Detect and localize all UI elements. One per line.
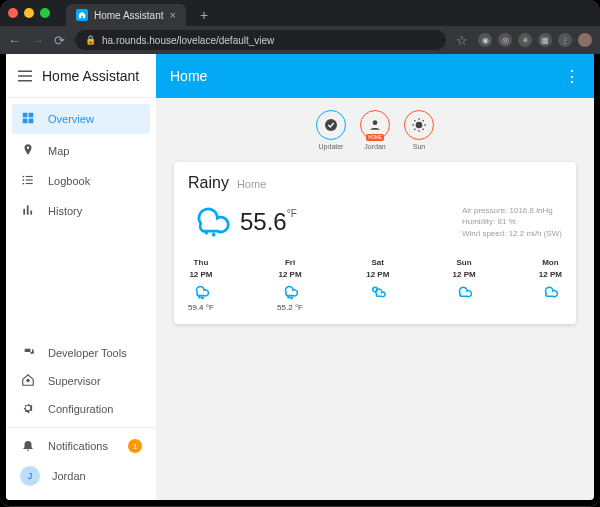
window-max-dot[interactable] — [40, 8, 50, 18]
sidebar-item-configuration[interactable]: Configuration — [6, 395, 156, 423]
svg-rect-3 — [29, 119, 34, 124]
window-close-dot[interactable] — [8, 8, 18, 18]
svg-point-18 — [212, 233, 216, 237]
sidebar: Home Assistant Overview Map — [6, 54, 156, 500]
tab-title: Home Assistant — [94, 10, 163, 21]
svg-rect-12 — [30, 211, 32, 215]
reload-button[interactable]: ⟳ — [54, 33, 65, 48]
ext-icon-4[interactable]: ▦ — [538, 33, 552, 47]
back-button[interactable]: ← — [8, 33, 21, 48]
badge-label: Sun — [413, 143, 425, 150]
tab-favicon — [76, 9, 88, 21]
svg-point-22 — [291, 297, 293, 299]
svg-point-6 — [22, 179, 24, 181]
user-avatar: J — [20, 466, 40, 486]
svg-rect-10 — [23, 209, 25, 215]
forecast-day: Thu 12 PM 59.4 °F — [188, 258, 214, 312]
cloudy-icon — [541, 282, 559, 300]
window-min-dot[interactable] — [24, 8, 34, 18]
sidebar-item-user[interactable]: J Jordan — [6, 460, 156, 492]
badge-jordan[interactable]: HOME Jordan — [360, 110, 390, 150]
sidebar-item-label: Logbook — [48, 175, 90, 187]
forward-button[interactable]: → — [31, 33, 44, 48]
chart-icon — [20, 203, 36, 219]
rainy-icon — [192, 282, 210, 300]
badge-label: Jordan — [364, 143, 385, 150]
svg-point-20 — [202, 297, 204, 299]
url-text: ha.rounds.house/lovelace/default_view — [102, 35, 274, 46]
hamburger-icon[interactable] — [18, 70, 32, 82]
svg-rect-2 — [23, 119, 28, 124]
sidebar-item-label: Overview — [48, 113, 94, 125]
forecast-day: Fri 12 PM 55.2 °F — [277, 258, 303, 312]
home-assistant-icon — [20, 373, 36, 389]
browser-tab[interactable]: Home Assistant × — [66, 4, 186, 26]
weather-location: Home — [237, 178, 266, 190]
list-icon — [20, 173, 36, 189]
badge-updater[interactable]: Updater — [316, 110, 346, 150]
ext-icon-5[interactable]: ⋮ — [558, 33, 572, 47]
notification-badge: 1 — [128, 439, 142, 453]
sidebar-item-history[interactable]: History — [6, 196, 156, 226]
forecast-day: Sat 12 PM — [366, 258, 389, 312]
svg-rect-9 — [26, 183, 33, 184]
sidebar-item-label: Configuration — [48, 403, 113, 415]
svg-point-14 — [325, 119, 337, 131]
sidebar-item-label: Notifications — [48, 440, 108, 452]
forecast-day: Mon 12 PM — [539, 258, 562, 312]
svg-rect-5 — [26, 176, 33, 177]
svg-point-17 — [205, 231, 209, 235]
profile-avatar[interactable] — [578, 33, 592, 47]
ext-icon-3[interactable]: ✳ — [518, 33, 532, 47]
address-bar[interactable]: 🔒 ha.rounds.house/lovelace/default_view — [75, 30, 446, 50]
page-title: Home — [170, 68, 207, 84]
hammer-icon — [20, 345, 36, 361]
map-icon — [20, 143, 36, 159]
sidebar-item-label: Developer Tools — [48, 347, 127, 359]
check-shield-icon — [323, 117, 339, 133]
sidebar-item-label: History — [48, 205, 82, 217]
svg-point-13 — [27, 379, 29, 381]
ext-icon-2[interactable]: ◎ — [498, 33, 512, 47]
extensions: ◉ ◎ ✳ ▦ ⋮ — [478, 33, 592, 47]
svg-rect-7 — [26, 179, 33, 180]
main-content: Home ⋮ Updater HOME — [156, 54, 594, 500]
tab-close-icon[interactable]: × — [170, 9, 176, 21]
sidebar-item-devtools[interactable]: Developer Tools — [6, 339, 156, 367]
svg-point-21 — [288, 296, 290, 298]
sidebar-item-label: Supervisor — [48, 375, 101, 387]
svg-rect-0 — [23, 113, 28, 118]
forecast-day: Sun 12 PM — [453, 258, 476, 312]
weather-icon — [188, 198, 232, 246]
badge-sun[interactable]: Sun — [404, 110, 434, 150]
new-tab-button[interactable]: + — [194, 4, 214, 26]
weather-attributes: Air pressure: 1016.8 inHg Humidity: 81 %… — [462, 205, 562, 239]
sidebar-item-logbook[interactable]: Logbook — [6, 166, 156, 196]
svg-point-15 — [373, 120, 378, 125]
bell-icon — [20, 438, 36, 454]
weather-card[interactable]: Rainy Home 55.6°F Air pressure: 1016.8 i… — [174, 162, 576, 324]
app-header: Home ⋮ — [156, 54, 594, 98]
sidebar-item-supervisor[interactable]: Supervisor — [6, 367, 156, 395]
sidebar-item-label: Map — [48, 145, 69, 157]
sidebar-item-label: Jordan — [52, 470, 86, 482]
svg-rect-1 — [29, 113, 34, 118]
rainy-icon — [281, 282, 299, 300]
dashboard-icon — [20, 111, 36, 127]
svg-point-4 — [22, 176, 24, 178]
sidebar-item-overview[interactable]: Overview — [12, 104, 150, 134]
badge-label: Updater — [319, 143, 344, 150]
person-icon — [368, 118, 382, 132]
sidebar-item-map[interactable]: Map — [6, 136, 156, 166]
bookmark-icon[interactable]: ☆ — [456, 33, 468, 48]
gear-icon — [20, 401, 36, 417]
svg-point-19 — [199, 296, 201, 298]
sidebar-item-notifications[interactable]: Notifications 1 — [6, 432, 156, 460]
overflow-menu-icon[interactable]: ⋮ — [564, 67, 580, 86]
lock-icon: 🔒 — [85, 35, 96, 45]
partly-cloudy-icon — [369, 282, 387, 300]
svg-point-8 — [22, 183, 24, 185]
ext-icon-1[interactable]: ◉ — [478, 33, 492, 47]
sun-icon — [411, 117, 427, 133]
cloudy-icon — [455, 282, 473, 300]
